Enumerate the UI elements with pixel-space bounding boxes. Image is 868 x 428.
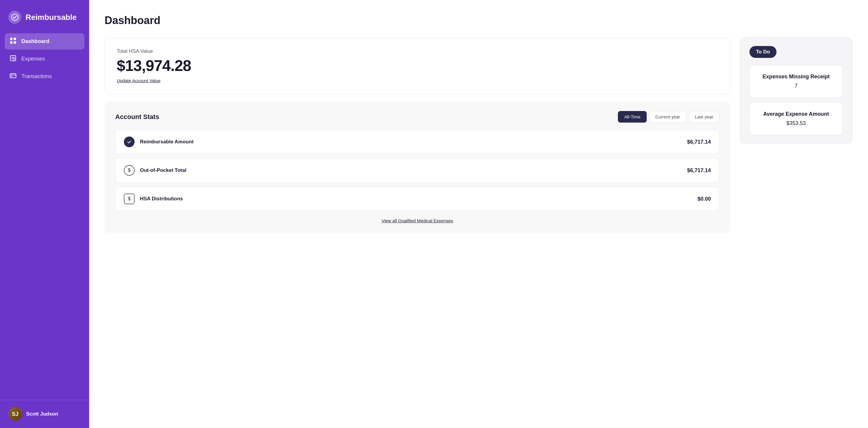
hsa-dist-label: HSA Distributions: [140, 196, 183, 202]
stat-row-hsa-dist: $ HSA Distributions $0.00: [115, 187, 719, 211]
main-content: Dashboard Total HSA Value $13,974.28 Upd…: [89, 0, 868, 428]
view-all-expenses-link[interactable]: View all Qualified Medical Expenses: [382, 218, 453, 223]
sidebar-item-transactions[interactable]: Transactions: [5, 68, 84, 85]
stat-row-out-of-pocket: $ Out-of-Pocket Total $6,717.14: [115, 158, 719, 183]
missing-receipt-title: Expenses Missing Receipt: [758, 74, 834, 80]
sidebar-item-expenses-label: Expenses: [21, 56, 45, 62]
hsa-value-card: Total HSA Value $13,974.28 Update Accoun…: [104, 37, 730, 94]
dashboard-icon: [9, 37, 17, 45]
avg-expense-title: Average Expense Amount: [758, 111, 834, 117]
filter-buttons: All-Time Current year Last year: [618, 111, 719, 123]
svg-rect-7: [10, 74, 16, 78]
svg-rect-8: [11, 76, 12, 77]
logo-icon: [8, 11, 21, 24]
todo-item-missing-receipt[interactable]: Expenses Missing Receipt 7: [749, 65, 843, 98]
reimbursable-value: $6,717.14: [687, 139, 711, 145]
missing-receipt-value: 7: [758, 83, 834, 89]
app-name: Reimbursable: [26, 13, 76, 22]
filter-current-year[interactable]: Current year: [649, 111, 686, 123]
dollar-icon: $: [124, 165, 134, 176]
user-name: Scott Judson: [26, 411, 58, 417]
avatar-image: SJ: [8, 407, 22, 421]
sidebar-item-dashboard-label: Dashboard: [21, 38, 49, 44]
hsa-dist-value: $0.00: [698, 196, 711, 202]
reimbursable-icon: [124, 136, 134, 147]
stat-row-reimbursable: Reimbursable Amount $6,717.14: [115, 130, 719, 154]
filter-last-year[interactable]: Last year: [689, 111, 719, 123]
out-of-pocket-value: $6,717.14: [687, 167, 711, 174]
stat-left-reimbursable: Reimbursable Amount: [124, 136, 194, 147]
out-of-pocket-label: Out-of-Pocket Total: [140, 167, 186, 173]
stats-header: Account Stats All-Time Current year Last…: [115, 111, 719, 123]
todo-card: To Do Expenses Missing Receipt 7 Average…: [740, 37, 852, 144]
hsa-dist-icon: $: [124, 194, 134, 204]
stat-left-out-of-pocket: $ Out-of-Pocket Total: [124, 165, 186, 176]
left-panel: Total HSA Value $13,974.28 Update Accoun…: [104, 37, 730, 233]
sidebar-logo: Reimbursable: [0, 0, 89, 33]
sidebar-nav: Dashboard Expenses Transact: [0, 33, 89, 85]
avatar: SJ: [8, 407, 22, 421]
filter-all-time[interactable]: All-Time: [618, 111, 646, 123]
page-title: Dashboard: [104, 14, 852, 27]
update-account-link[interactable]: Update Account Value: [117, 78, 160, 83]
user-profile[interactable]: SJ Scott Judson: [0, 400, 89, 428]
transactions-icon: [9, 72, 17, 80]
todo-item-avg-expense[interactable]: Average Expense Amount $353.53: [749, 102, 843, 135]
expenses-icon: [9, 55, 17, 63]
avg-expense-value: $353.53: [758, 120, 834, 126]
hsa-label: Total HSA Value: [117, 48, 718, 54]
todo-badge: To Do: [749, 46, 776, 58]
sidebar-item-expenses[interactable]: Expenses: [5, 51, 84, 67]
sidebar-item-transactions-label: Transactions: [21, 73, 52, 79]
reimbursable-label: Reimbursable Amount: [140, 139, 194, 145]
content-grid: Total HSA Value $13,974.28 Update Accoun…: [104, 37, 852, 233]
svg-rect-1: [10, 38, 12, 40]
svg-rect-3: [10, 41, 12, 44]
hsa-value: $13,974.28: [117, 57, 718, 74]
svg-rect-2: [14, 38, 16, 40]
sidebar: Reimbursable Dashboard: [0, 0, 89, 428]
stats-title: Account Stats: [115, 113, 159, 121]
svg-rect-4: [14, 41, 16, 44]
todo-header: To Do: [749, 46, 843, 58]
stat-left-hsa-dist: $ HSA Distributions: [124, 194, 183, 204]
sidebar-item-dashboard[interactable]: Dashboard: [5, 33, 84, 50]
right-panel: To Do Expenses Missing Receipt 7 Average…: [740, 37, 852, 233]
view-all-link-container: View all Qualified Medical Expenses: [115, 218, 719, 224]
account-stats-section: Account Stats All-Time Current year Last…: [104, 101, 730, 233]
